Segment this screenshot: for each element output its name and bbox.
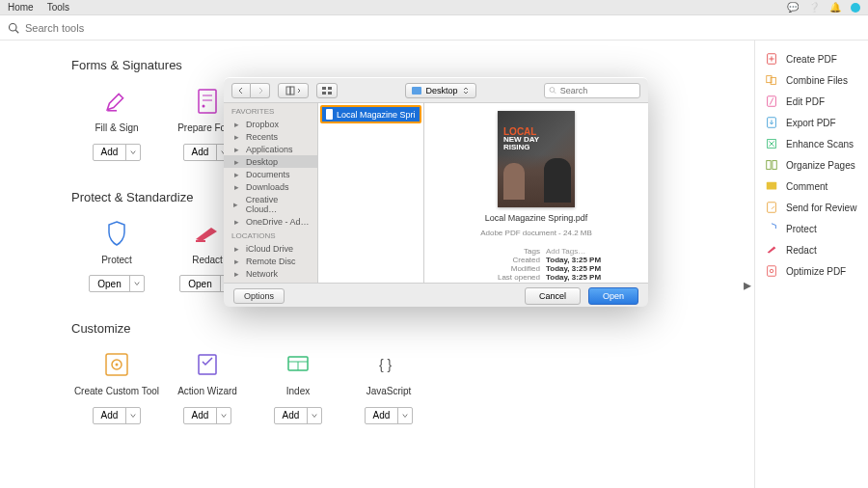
search-icon [8,22,19,34]
dialog-search[interactable] [544,83,640,98]
svg-point-0 [10,23,17,31]
svg-rect-32 [322,92,326,95]
sidebar-item-protect[interactable]: Protect [755,218,868,239]
add-button[interactable]: Add [93,407,142,424]
favorite-documents[interactable]: ▸Documents [224,168,317,180]
add-button[interactable]: Add [365,407,414,424]
right-sidebar: Create PDFCombine FilesEdit PDFExport PD… [754,41,868,488]
tool-javascript[interactable]: { } JavaScript Add [343,347,434,424]
search-input[interactable] [25,22,860,34]
search-icon [549,86,556,95]
options-button[interactable]: Options [233,288,285,304]
chevron-down-icon [130,276,144,291]
forward-button[interactable] [251,83,270,98]
svg-rect-11 [199,355,216,374]
section-customize: Customize Create Custom Tool Add Action … [71,321,754,424]
svg-line-1 [15,30,18,33]
sidebar-item-redact[interactable]: Redact [755,239,868,260]
sidebar-item-edit-pdf[interactable]: Edit PDF [755,91,868,112]
add-button[interactable]: Add [93,144,142,161]
back-button[interactable] [231,83,251,98]
bell-icon[interactable]: 🔔 [829,2,841,13]
pen-icon [104,89,129,114]
cancel-button[interactable]: Cancel [525,287,581,305]
svg-point-6 [203,105,205,108]
gear-box-icon [104,352,129,377]
svg-rect-29 [290,87,294,95]
svg-point-10 [116,364,119,366]
svg-point-27 [770,269,773,273]
tool-custom-tool[interactable]: Create Custom Tool Add [71,347,162,424]
search-bar [0,15,868,41]
folder-icon [412,87,421,95]
tool-index[interactable]: Index Add [253,347,343,424]
svg-rect-24 [767,182,777,190]
svg-rect-23 [773,161,776,170]
open-button[interactable]: Open [588,287,638,305]
svg-point-34 [550,88,555,93]
favorite-icloud-drive[interactable]: ▸iCloud Drive [224,242,317,255]
file-list-column: Local Magazine Spring.pdf [318,103,424,283]
add-button[interactable]: Add [274,407,323,424]
help-icon[interactable]: ❔ [808,2,820,13]
section-title: Forms & Signatures [71,58,754,72]
svg-rect-33 [328,92,332,95]
file-thumbnail: LOCAL NEW DAY RISING [498,111,575,207]
open-button[interactable]: Open [89,275,144,292]
tab-home[interactable]: Home [8,2,34,13]
app-topbar: Home Tools 💬 ❔ 🔔 [0,0,868,15]
form-icon [196,88,219,115]
chevron-down-icon [126,145,140,160]
favorite-creative-cloud-[interactable]: ▸Creative Cloud… [224,193,317,215]
sidebar-item-comment[interactable]: Comment [755,176,868,197]
svg-rect-30 [322,87,326,90]
message-icon[interactable]: 💬 [787,2,799,13]
sidebar-item-enhance-scans[interactable]: Enhance Scans [755,133,868,154]
sidebar-item-optimize-pdf[interactable]: Optimize PDF [755,260,868,282]
selected-file[interactable]: Local Magazine Spring.pdf [320,105,421,123]
svg-rect-26 [768,266,776,277]
svg-rect-3 [199,90,216,113]
favorite-onedrive-ad-[interactable]: ▸OneDrive - Ad… [224,215,317,228]
svg-text:{ }: { } [379,357,393,372]
favorite-recents[interactable]: ▸Recents [224,130,317,143]
tool-fill-sign[interactable]: Fill & Sign Add [71,84,162,161]
avatar[interactable] [851,3,860,13]
shield-icon [105,220,128,247]
code-icon: { } [375,355,402,374]
index-icon [285,354,311,375]
sidebar-item-combine-files[interactable]: Combine Files [755,69,868,91]
dialog-sidebar: Favorites▸Dropbox▸Recents▸Applications▸D… [224,103,318,283]
grid-view-button[interactable] [316,83,338,98]
tool-action-wizard[interactable]: Action Wizard Add [162,347,253,424]
tab-tools[interactable]: Tools [47,2,69,13]
collapse-sidebar-icon[interactable]: ▸ [743,280,752,289]
file-open-dialog: Desktop Favorites▸Dropbox▸Recents▸Applic… [224,77,648,307]
svg-line-35 [554,92,556,94]
favorite-network[interactable]: ▸Network [224,267,317,280]
svg-rect-25 [768,203,776,213]
svg-rect-28 [286,87,290,95]
checklist-icon [196,352,219,377]
favorite-applications[interactable]: ▸Applications [224,143,317,155]
sidebar-item-export-pdf[interactable]: Export PDF [755,112,868,133]
favorite-remote-disc[interactable]: ▸Remote Disc [224,255,317,267]
favorite-downloads[interactable]: ▸Downloads [224,180,317,193]
view-mode-button[interactable] [278,83,309,98]
sidebar-item-send-for-review[interactable]: Send for Review [755,197,868,218]
location-select[interactable]: Desktop [405,83,475,98]
add-tags[interactable]: Add Tags… [546,247,613,256]
chevron-updown-icon [462,87,470,95]
favorite-dropbox[interactable]: ▸Dropbox [224,118,317,130]
pdf-file-icon [326,109,333,120]
favorite-desktop[interactable]: ▸Desktop [224,155,317,168]
svg-rect-31 [328,87,332,90]
redact-icon [194,224,221,243]
sidebar-item-create-pdf[interactable]: Create PDF [755,48,868,69]
tool-protect[interactable]: Protect Open [71,216,162,293]
svg-rect-22 [767,161,771,170]
file-preview: LOCAL NEW DAY RISING Local Magazine Spri… [424,103,648,283]
sidebar-item-organize-pages[interactable]: Organize Pages [755,154,868,176]
add-button[interactable]: Add [183,407,232,424]
